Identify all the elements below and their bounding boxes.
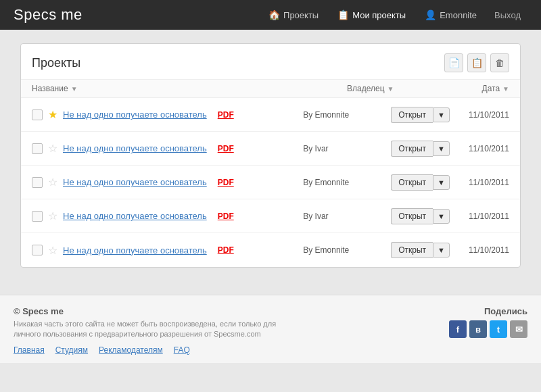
project-link-3[interactable]: Не над одно получаете основатель <box>63 177 207 187</box>
footer-link-faq[interactable]: FAQ <box>174 345 190 355</box>
share-button[interactable]: ✉ <box>510 320 527 338</box>
star-icon-2[interactable]: ☆ <box>48 142 57 155</box>
footer-link-studio[interactable]: Студиям <box>55 345 88 355</box>
col-name-label: Название <box>32 84 68 93</box>
footer-share-title: Поделись <box>449 306 527 316</box>
footer-left: © Specs me Никакая часть этого сайта не … <box>14 306 298 340</box>
app-logo: Specs me <box>14 6 260 24</box>
pdf-badge-2[interactable]: PDF <box>218 144 234 153</box>
pdf-badge-5[interactable]: PDF <box>218 245 234 255</box>
open-dropdown-5[interactable]: ▼ <box>433 243 450 258</box>
projects-table: ★ Не над одно получаете основатель PDF B… <box>21 98 520 267</box>
footer-brand: © Specs me <box>14 306 298 316</box>
row-checkbox-1[interactable] <box>32 109 43 120</box>
projects-panel: Проекты 📄 📋 🗑 Название ▼ Владелец ▼ <box>20 43 521 268</box>
open-dropdown-4[interactable]: ▼ <box>433 209 450 224</box>
footer-top: © Specs me Никакая часть этого сайта не … <box>14 306 527 340</box>
star-icon-5[interactable]: ☆ <box>48 244 57 257</box>
footer-link-home[interactable]: Главная <box>14 345 45 355</box>
col-header-owner[interactable]: Владелец ▼ <box>347 84 435 93</box>
row-date-1: 11/10/2011 <box>455 110 509 120</box>
pdf-badge-3[interactable]: PDF <box>218 178 234 187</box>
trash-icon: 🗑 <box>495 57 504 68</box>
copy-project-button[interactable]: 📋 <box>467 53 486 72</box>
row-date-3: 11/10/2011 <box>455 178 509 187</box>
table-row: ★ Не над одно получаете основатель PDF B… <box>21 98 520 132</box>
open-dropdown-3[interactable]: ▼ <box>433 175 450 190</box>
row-checkbox-2[interactable] <box>32 143 43 154</box>
row-actions-3: Открыт ▼ <box>391 174 450 191</box>
footer-right: Поделись f в t ✉ <box>449 306 527 338</box>
nav-my-projects-label: Мои проекты <box>352 10 406 20</box>
main-content: Проекты 📄 📋 🗑 Название ▼ Владелец ▼ <box>7 30 534 295</box>
col-header-date[interactable]: Дата ▼ <box>435 84 509 93</box>
project-link-2[interactable]: Не над одно получаете основатель <box>63 143 207 153</box>
row-left-3: ☆ Не над одно получаете основатель PDF <box>32 176 303 189</box>
user-icon: 👤 <box>425 9 436 20</box>
project-link-1[interactable]: Не над одно получаете основатель <box>63 109 207 120</box>
twitter-button[interactable]: t <box>490 320 507 338</box>
row-left-4: ☆ Не над одно получаете основатель PDF <box>32 210 303 222</box>
panel-header: Проекты 📄 📋 🗑 <box>21 44 520 80</box>
open-button-2[interactable]: Открыт <box>391 141 433 157</box>
open-dropdown-1[interactable]: ▼ <box>433 107 450 122</box>
app-footer: © Specs me Никакая часть этого сайта не … <box>0 295 541 363</box>
row-actions-4: Открыт ▼ <box>391 208 450 224</box>
row-checkbox-4[interactable] <box>32 211 43 222</box>
facebook-button[interactable]: f <box>449 320 467 338</box>
panel-title: Проекты <box>32 56 80 70</box>
list-icon: 📋 <box>337 9 349 20</box>
footer-social: f в t ✉ <box>449 320 527 338</box>
star-icon-3[interactable]: ☆ <box>48 176 57 189</box>
col-date-label: Дата <box>482 84 500 93</box>
open-button-3[interactable]: Открыт <box>391 174 433 191</box>
add-project-button[interactable]: 📄 <box>444 53 463 72</box>
nav-projects-label: Проекты <box>283 10 319 20</box>
project-link-5[interactable]: Не над одно получаете основатель <box>63 245 207 255</box>
row-left-5: ☆ Не над одно получаете основатель PDF <box>32 244 303 257</box>
row-date-2: 11/10/2011 <box>455 144 509 153</box>
row-date-4: 11/10/2011 <box>455 212 509 221</box>
panel-actions: 📄 📋 🗑 <box>444 53 509 72</box>
project-link-4[interactable]: Не над одно получаете основатель <box>63 211 207 221</box>
row-owner-2: By Ivar <box>303 144 391 153</box>
footer-links: Главная Студиям Рекламодателям FAQ <box>14 345 527 355</box>
add-icon: 📄 <box>448 57 460 68</box>
footer-link-advertisers[interactable]: Рекламодателям <box>99 345 163 355</box>
copy-icon: 📋 <box>471 57 483 68</box>
row-actions-5: Открыт ▼ <box>391 242 450 258</box>
row-owner-5: By Emonnite <box>303 245 391 255</box>
pdf-badge-4[interactable]: PDF <box>218 212 234 221</box>
row-owner-3: By Emonnite <box>303 178 391 187</box>
star-icon-4[interactable]: ☆ <box>48 210 57 222</box>
vkontakte-button[interactable]: в <box>469 320 487 338</box>
nav-my-projects[interactable]: 📋 Мои проекты <box>329 5 414 24</box>
nav-profile-label: Emonnite <box>440 10 477 20</box>
open-button-4[interactable]: Открыт <box>391 208 433 224</box>
row-date-5: 11/10/2011 <box>455 245 509 255</box>
sort-date-icon: ▼ <box>502 85 509 93</box>
row-owner-1: By Emonnite <box>303 110 391 120</box>
row-left-2: ☆ Не над одно получаете основатель PDF <box>32 142 303 155</box>
logout-button[interactable]: Выход <box>488 6 527 24</box>
open-button-1[interactable]: Открыт <box>391 107 433 123</box>
row-checkbox-3[interactable] <box>32 177 43 188</box>
table-row: ☆ Не над одно получаете основатель PDF B… <box>21 166 520 199</box>
main-nav: 🏠 Проекты 📋 Мои проекты 👤 Emonnite Выход <box>260 5 527 24</box>
open-button-5[interactable]: Открыт <box>391 242 433 258</box>
star-icon-1[interactable]: ★ <box>48 108 57 121</box>
row-actions-1: Открыт ▼ <box>391 107 450 123</box>
nav-profile[interactable]: 👤 Emonnite <box>417 5 485 24</box>
row-checkbox-5[interactable] <box>32 245 43 255</box>
delete-project-button[interactable]: 🗑 <box>490 53 509 72</box>
col-header-name[interactable]: Название ▼ <box>32 84 347 93</box>
table-row: ☆ Не над одно получаете основатель PDF B… <box>21 233 520 267</box>
open-dropdown-2[interactable]: ▼ <box>433 141 450 156</box>
pdf-badge-1[interactable]: PDF <box>218 110 234 120</box>
footer-inner: © Specs me Никакая часть этого сайта не … <box>14 306 527 355</box>
sort-owner-icon: ▼ <box>387 85 394 93</box>
nav-projects[interactable]: 🏠 Проекты <box>260 5 327 24</box>
app-header: Specs me 🏠 Проекты 📋 Мои проекты 👤 Emonn… <box>0 0 541 30</box>
col-owner-label: Владелец <box>347 84 385 93</box>
row-left-1: ★ Не над одно получаете основатель PDF <box>32 108 303 121</box>
